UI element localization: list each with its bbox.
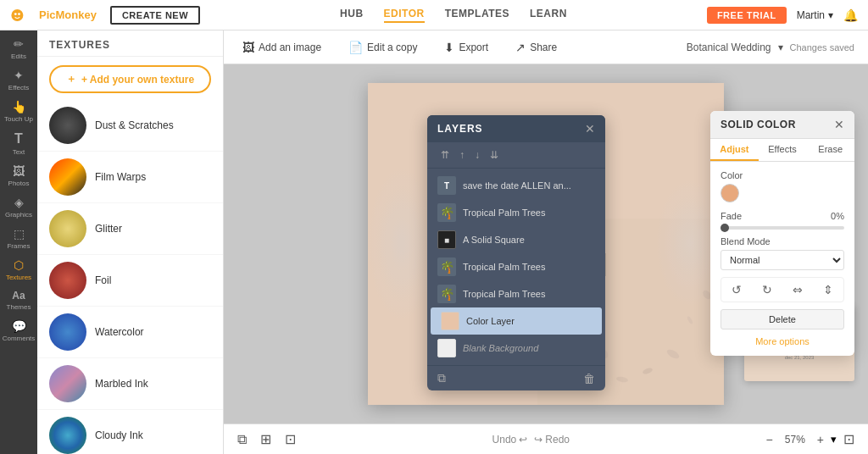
top-nav: PicMonkey CREATE NEW HUB EDITOR TEMPLATE…	[0, 0, 868, 30]
tool-text[interactable]: T Text	[0, 128, 37, 159]
layer-item-color[interactable]: Color Layer	[431, 307, 602, 335]
text-icon: T	[14, 131, 23, 147]
frames-label: Frames	[7, 242, 30, 250]
rotate-left-button[interactable]: ↺	[726, 281, 747, 298]
texture-item-foil[interactable]: Foil	[37, 255, 223, 307]
zoom-level: 57%	[780, 432, 810, 447]
tool-effects[interactable]: ✦ Effects	[0, 65, 37, 95]
rotate-right-button[interactable]: ↻	[757, 281, 777, 298]
dust-label: Dust & Scratches	[95, 119, 174, 131]
redo-button[interactable]: ↪ Redo	[534, 434, 570, 446]
add-image-icon: 🖼	[242, 41, 254, 54]
more-options-button[interactable]: More options	[721, 336, 844, 346]
layer-item-palm2[interactable]: 🌴 Tropical Palm Trees	[427, 253, 605, 280]
textures-panel-title: TEXTURES	[37, 30, 223, 57]
layers-stack-icon[interactable]: ⧉	[437, 371, 446, 385]
layer-item-bg[interactable]: Blank Background	[427, 335, 605, 362]
flip-vertical-button[interactable]: ⇕	[818, 281, 838, 298]
export-icon: ⬇	[444, 41, 454, 54]
tool-touchup[interactable]: 👆 Touch Up	[0, 97, 37, 126]
foil-label: Foil	[95, 274, 111, 286]
textures-label: Textures	[6, 274, 31, 281]
texture-item-glitter[interactable]: Glitter	[37, 203, 223, 255]
add-texture-button[interactable]: ＋ + Add your own texture	[49, 65, 211, 93]
layers-footer: ⧉ 🗑	[427, 365, 605, 390]
bell-icon[interactable]: 🔔	[843, 8, 858, 22]
effects-icon: ✦	[14, 69, 24, 82]
create-new-button[interactable]: CREATE NEW	[110, 6, 200, 25]
layers-close-button[interactable]: ✕	[585, 122, 595, 136]
layer-item-palm1[interactable]: 🌴 Tropical Palm Trees	[427, 199, 605, 226]
tool-photos[interactable]: 🖼 Photos	[0, 161, 37, 191]
zoom-out-button[interactable]: −	[766, 433, 773, 446]
tool-frames[interactable]: ⬚ Frames	[0, 224, 37, 253]
toolbar-right: Botanical Wedding ▾ Changes saved	[687, 42, 854, 53]
tool-themes[interactable]: Aa Themes	[0, 286, 37, 314]
fit-screen-icon[interactable]: ⊡	[843, 431, 854, 447]
redo-label: Redo	[545, 434, 570, 446]
tab-erase[interactable]: Erase	[806, 139, 854, 161]
texture-item-marbled[interactable]: Marbled Ink	[37, 358, 223, 410]
nav-templates[interactable]: TEMPLATES	[445, 8, 509, 23]
share-button[interactable]: ↗ Share	[510, 37, 562, 58]
zoom-in-button[interactable]: +	[817, 433, 824, 446]
edit-copy-button[interactable]: 📄 Edit a copy	[343, 37, 422, 58]
texture-item-watercolor[interactable]: Watercolor	[37, 307, 223, 358]
color-swatch[interactable]	[721, 184, 739, 202]
comments-label: Comments	[3, 335, 36, 342]
add-texture-label: + Add your own texture	[81, 74, 194, 86]
fade-slider[interactable]	[721, 226, 844, 230]
tab-adjust[interactable]: Adjust	[710, 139, 759, 161]
tool-comments[interactable]: 💬 Comments	[0, 316, 37, 346]
watercolor-label: Watercolor	[95, 326, 144, 338]
add-image-button[interactable]: 🖼 Add an image	[237, 37, 326, 58]
texture-list: Dust & Scratches Film Warps Glitter Foil…	[37, 100, 223, 454]
chevron-zoom-icon[interactable]: ▾	[831, 433, 837, 446]
blend-mode-label: Blend Mode	[721, 236, 844, 246]
layer-item-text[interactable]: T save the date ALLEN an...	[427, 172, 605, 199]
tool-edits[interactable]: ✏ Edits	[0, 34, 37, 64]
undo-redo-controls: Undo ↩ ↪ Redo	[306, 434, 756, 446]
add-image-label: Add an image	[259, 42, 321, 53]
tool-textures[interactable]: ⬡ Textures	[0, 255, 37, 285]
texture-item-cloudy[interactable]: Cloudy Ink	[37, 410, 223, 454]
marbled-label: Marbled Ink	[95, 378, 148, 390]
layer-item-palm3[interactable]: 🌴 Tropical Palm Trees	[427, 280, 605, 307]
move-to-top-button[interactable]: ⇈	[437, 147, 453, 163]
delete-button[interactable]: Delete	[721, 309, 844, 329]
logo-text: PicMonkey	[39, 8, 97, 21]
user-menu[interactable]: Martin ▾	[797, 9, 833, 21]
free-trial-button[interactable]: FREE TRIAL	[707, 7, 787, 24]
texture-item-dust[interactable]: Dust & Scratches	[37, 100, 223, 152]
crop-icon[interactable]: ⊡	[285, 431, 296, 447]
bottom-right: − 57% + ▾ ⊡	[766, 431, 854, 447]
layers-delete-icon[interactable]: 🗑	[583, 372, 595, 385]
layers-toggle-icon[interactable]: ⧉	[237, 432, 247, 447]
undo-button[interactable]: Undo ↩	[492, 434, 528, 446]
nav-editor[interactable]: EDITOR	[384, 8, 425, 23]
layer-item-square[interactable]: ■ A Solid Square	[427, 226, 605, 253]
solid-color-header: SOLID COLOR ✕	[710, 111, 854, 139]
undo-label: Undo	[492, 434, 517, 446]
nav-hub[interactable]: HUB	[340, 8, 364, 23]
move-to-bottom-button[interactable]: ⇊	[487, 147, 502, 163]
share-label: Share	[530, 42, 557, 53]
main-layout: ✏ Edits ✦ Effects 👆 Touch Up T Text 🖼 Ph…	[0, 30, 868, 454]
layer-palm1-icon: 🌴	[437, 203, 456, 222]
blend-mode-select[interactable]: Normal Multiply Screen Overlay	[721, 250, 844, 270]
move-down-button[interactable]: ↓	[471, 147, 483, 163]
nav-learn[interactable]: LEARN	[530, 8, 567, 23]
export-button[interactable]: ⬇ Export	[439, 37, 493, 58]
solid-color-close-button[interactable]: ✕	[834, 118, 844, 131]
move-up-button[interactable]: ↑	[456, 147, 468, 163]
texture-item-warps[interactable]: Film Warps	[37, 152, 223, 203]
flip-horizontal-button[interactable]: ⇔	[787, 281, 808, 298]
tab-effects[interactable]: Effects	[759, 139, 807, 161]
bottom-toolbar: ⧉ ⊞ ⊡ Undo ↩ ↪ Redo − 57% + ▾ ⊡	[224, 424, 868, 454]
layer-palm2-icon: 🌴	[437, 257, 456, 276]
edit-copy-label: Edit a copy	[367, 42, 417, 53]
svg-point-2	[18, 13, 20, 15]
grid-view-icon[interactable]: ⊞	[260, 431, 271, 447]
tool-graphics[interactable]: ◈ Graphics	[0, 192, 37, 222]
effects-label: Effects	[8, 84, 29, 91]
